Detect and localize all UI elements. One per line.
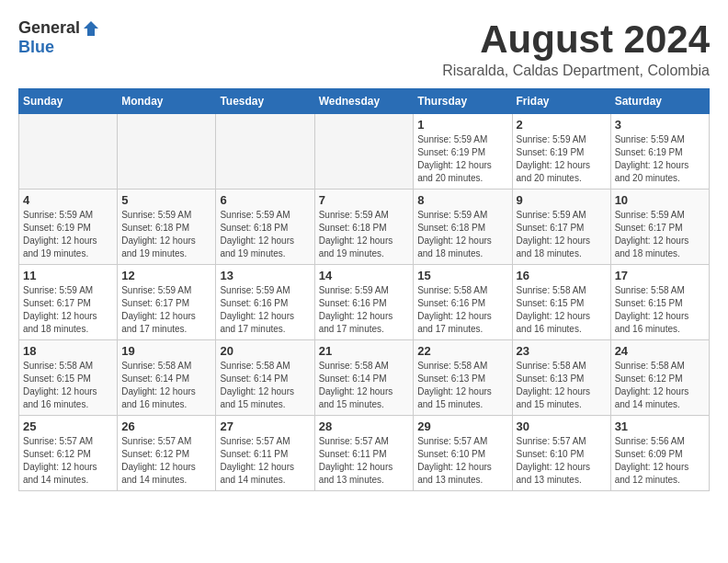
logo-general-text: General xyxy=(18,18,80,38)
day-number: 13 xyxy=(220,269,310,282)
calendar-day-cell: 7Sunrise: 5:59 AM Sunset: 6:18 PM Daylig… xyxy=(314,190,414,265)
calendar-day-cell: 4Sunrise: 5:59 AM Sunset: 6:19 PM Daylig… xyxy=(19,190,118,265)
day-info: Sunrise: 5:58 AM Sunset: 6:15 PM Dayligh… xyxy=(23,360,113,411)
day-number: 21 xyxy=(319,344,410,358)
day-number: 10 xyxy=(615,193,705,207)
day-number: 14 xyxy=(319,269,410,282)
title-area: August 2024 Risaralda, Caldas Department… xyxy=(442,18,710,79)
calendar-day-cell: 13Sunrise: 5:59 AM Sunset: 6:16 PM Dayli… xyxy=(216,265,314,340)
day-info: Sunrise: 5:59 AM Sunset: 6:17 PM Dayligh… xyxy=(615,209,705,260)
calendar-header-sunday: Sunday xyxy=(19,89,118,114)
calendar-day-cell: 26Sunrise: 5:57 AM Sunset: 6:12 PM Dayli… xyxy=(118,416,216,491)
calendar-day-cell: 19Sunrise: 5:58 AM Sunset: 6:14 PM Dayli… xyxy=(118,340,216,416)
day-number: 15 xyxy=(417,269,507,282)
calendar-day-cell: 16Sunrise: 5:58 AM Sunset: 6:15 PM Dayli… xyxy=(512,265,610,340)
day-info: Sunrise: 5:59 AM Sunset: 6:19 PM Dayligh… xyxy=(417,133,507,185)
calendar-table: SundayMondayTuesdayWednesdayThursdayFrid… xyxy=(18,88,710,491)
calendar-day-cell: 28Sunrise: 5:57 AM Sunset: 6:11 PM Dayli… xyxy=(314,416,414,491)
day-number: 20 xyxy=(220,344,310,358)
day-number: 24 xyxy=(615,344,705,358)
calendar-week-row: 18Sunrise: 5:58 AM Sunset: 6:15 PM Dayli… xyxy=(19,340,710,416)
month-title: August 2024 xyxy=(442,18,710,61)
day-number: 5 xyxy=(121,193,211,207)
calendar-header-monday: Monday xyxy=(118,89,216,114)
calendar-week-row: 25Sunrise: 5:57 AM Sunset: 6:12 PM Dayli… xyxy=(19,416,710,491)
calendar-day-cell: 18Sunrise: 5:58 AM Sunset: 6:15 PM Dayli… xyxy=(19,340,118,416)
calendar-day-cell: 1Sunrise: 5:59 AM Sunset: 6:19 PM Daylig… xyxy=(414,114,512,190)
calendar-day-cell: 6Sunrise: 5:59 AM Sunset: 6:18 PM Daylig… xyxy=(216,190,314,265)
day-info: Sunrise: 5:59 AM Sunset: 6:18 PM Dayligh… xyxy=(220,209,310,260)
day-info: Sunrise: 5:59 AM Sunset: 6:16 PM Dayligh… xyxy=(220,284,310,336)
day-number: 9 xyxy=(517,193,607,207)
day-number: 3 xyxy=(615,118,705,132)
day-info: Sunrise: 5:59 AM Sunset: 6:17 PM Dayligh… xyxy=(517,209,607,260)
day-number: 4 xyxy=(23,193,113,207)
calendar-week-row: 4Sunrise: 5:59 AM Sunset: 6:19 PM Daylig… xyxy=(19,190,710,265)
calendar-day-cell: 3Sunrise: 5:59 AM Sunset: 6:19 PM Daylig… xyxy=(610,114,709,190)
calendar-day-cell: 23Sunrise: 5:58 AM Sunset: 6:13 PM Dayli… xyxy=(512,340,610,416)
calendar-header-friday: Friday xyxy=(512,89,610,114)
day-info: Sunrise: 5:59 AM Sunset: 6:16 PM Dayligh… xyxy=(319,284,410,336)
day-info: Sunrise: 5:59 AM Sunset: 6:17 PM Dayligh… xyxy=(23,284,113,336)
day-number: 23 xyxy=(517,344,607,358)
calendar-header-row: SundayMondayTuesdayWednesdayThursdayFrid… xyxy=(19,89,710,114)
day-info: Sunrise: 5:59 AM Sunset: 6:18 PM Dayligh… xyxy=(417,209,507,260)
day-info: Sunrise: 5:58 AM Sunset: 6:15 PM Dayligh… xyxy=(517,284,607,336)
calendar-day-cell: 31Sunrise: 5:56 AM Sunset: 6:09 PM Dayli… xyxy=(610,416,709,491)
calendar-day-cell: 22Sunrise: 5:58 AM Sunset: 6:13 PM Dayli… xyxy=(414,340,512,416)
calendar-day-cell xyxy=(19,114,118,190)
day-info: Sunrise: 5:57 AM Sunset: 6:11 PM Dayligh… xyxy=(220,435,310,487)
day-info: Sunrise: 5:56 AM Sunset: 6:09 PM Dayligh… xyxy=(615,435,705,487)
calendar-day-cell xyxy=(314,114,414,190)
day-info: Sunrise: 5:58 AM Sunset: 6:14 PM Dayligh… xyxy=(319,360,410,411)
day-info: Sunrise: 5:57 AM Sunset: 6:11 PM Dayligh… xyxy=(319,435,410,487)
calendar-day-cell: 14Sunrise: 5:59 AM Sunset: 6:16 PM Dayli… xyxy=(314,265,414,340)
day-number: 31 xyxy=(615,419,705,433)
svg-marker-0 xyxy=(84,21,98,36)
calendar-day-cell: 15Sunrise: 5:58 AM Sunset: 6:16 PM Dayli… xyxy=(414,265,512,340)
calendar-day-cell: 12Sunrise: 5:59 AM Sunset: 6:17 PM Dayli… xyxy=(118,265,216,340)
day-number: 28 xyxy=(319,419,410,433)
calendar-day-cell: 9Sunrise: 5:59 AM Sunset: 6:17 PM Daylig… xyxy=(512,190,610,265)
logo: General Blue xyxy=(18,18,100,57)
calendar-day-cell: 21Sunrise: 5:58 AM Sunset: 6:14 PM Dayli… xyxy=(314,340,414,416)
calendar-header-tuesday: Tuesday xyxy=(216,89,314,114)
day-info: Sunrise: 5:57 AM Sunset: 6:10 PM Dayligh… xyxy=(417,435,507,487)
day-info: Sunrise: 5:58 AM Sunset: 6:16 PM Dayligh… xyxy=(417,284,507,336)
day-number: 29 xyxy=(417,419,507,433)
day-info: Sunrise: 5:59 AM Sunset: 6:18 PM Dayligh… xyxy=(121,209,211,260)
day-info: Sunrise: 5:57 AM Sunset: 6:10 PM Dayligh… xyxy=(517,435,607,487)
day-info: Sunrise: 5:59 AM Sunset: 6:19 PM Dayligh… xyxy=(23,209,113,260)
day-info: Sunrise: 5:59 AM Sunset: 6:19 PM Dayligh… xyxy=(615,133,705,185)
day-info: Sunrise: 5:58 AM Sunset: 6:12 PM Dayligh… xyxy=(615,360,705,411)
day-info: Sunrise: 5:57 AM Sunset: 6:12 PM Dayligh… xyxy=(23,435,113,487)
calendar-day-cell: 11Sunrise: 5:59 AM Sunset: 6:17 PM Dayli… xyxy=(19,265,118,340)
day-number: 25 xyxy=(23,419,113,433)
day-number: 8 xyxy=(417,193,507,207)
logo-icon xyxy=(82,19,100,38)
calendar-week-row: 1Sunrise: 5:59 AM Sunset: 6:19 PM Daylig… xyxy=(19,114,710,190)
day-number: 1 xyxy=(417,118,507,132)
calendar-day-cell: 25Sunrise: 5:57 AM Sunset: 6:12 PM Dayli… xyxy=(19,416,118,491)
calendar-day-cell: 17Sunrise: 5:58 AM Sunset: 6:15 PM Dayli… xyxy=(610,265,709,340)
day-number: 27 xyxy=(220,419,310,433)
logo-blue-text: Blue xyxy=(18,38,54,57)
day-number: 19 xyxy=(121,344,211,358)
day-info: Sunrise: 5:58 AM Sunset: 6:14 PM Dayligh… xyxy=(121,360,211,411)
day-info: Sunrise: 5:59 AM Sunset: 6:19 PM Dayligh… xyxy=(517,133,607,185)
day-number: 30 xyxy=(517,419,607,433)
calendar-day-cell: 30Sunrise: 5:57 AM Sunset: 6:10 PM Dayli… xyxy=(512,416,610,491)
day-number: 18 xyxy=(23,344,113,358)
day-number: 7 xyxy=(319,193,410,207)
page-header: General Blue August 2024 Risaralda, Cald… xyxy=(18,18,710,79)
day-number: 26 xyxy=(121,419,211,433)
day-info: Sunrise: 5:58 AM Sunset: 6:14 PM Dayligh… xyxy=(220,360,310,411)
calendar-day-cell: 20Sunrise: 5:58 AM Sunset: 6:14 PM Dayli… xyxy=(216,340,314,416)
day-number: 2 xyxy=(517,118,607,132)
calendar-week-row: 11Sunrise: 5:59 AM Sunset: 6:17 PM Dayli… xyxy=(19,265,710,340)
day-number: 11 xyxy=(23,269,113,282)
calendar-header-thursday: Thursday xyxy=(414,89,512,114)
calendar-day-cell: 5Sunrise: 5:59 AM Sunset: 6:18 PM Daylig… xyxy=(118,190,216,265)
day-number: 22 xyxy=(417,344,507,358)
calendar-day-cell: 24Sunrise: 5:58 AM Sunset: 6:12 PM Dayli… xyxy=(610,340,709,416)
